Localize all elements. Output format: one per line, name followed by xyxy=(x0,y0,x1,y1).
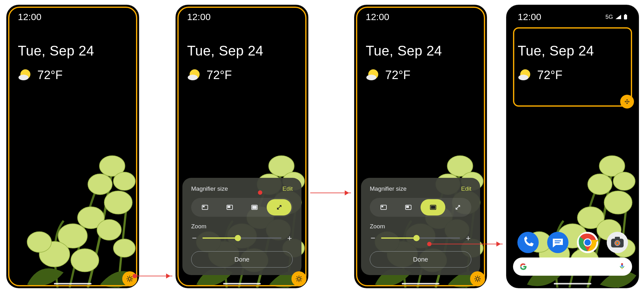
zoom-in-button[interactable]: + xyxy=(465,233,471,243)
zoom-in-button[interactable]: + xyxy=(286,233,293,243)
phone-screen-2: 12:00 Tue, Sep 24 72°F Magnifier size Ed… xyxy=(175,5,308,288)
magnifier-size-segmented xyxy=(370,198,471,217)
weather-widget[interactable]: 72°F xyxy=(187,68,264,82)
pip-large-icon xyxy=(429,204,437,211)
weather-widget[interactable]: 72°F xyxy=(518,68,594,82)
annotation-dot xyxy=(133,274,137,278)
magnifier-size-segmented xyxy=(191,198,293,217)
zoom-out-button[interactable]: − xyxy=(191,233,197,243)
size-option-fullscreen[interactable] xyxy=(267,199,291,215)
edit-button[interactable]: Edit xyxy=(461,185,471,192)
zoom-slider[interactable] xyxy=(381,232,460,244)
size-option-large[interactable] xyxy=(242,199,267,215)
google-logo-icon xyxy=(519,262,527,271)
weather-icon xyxy=(187,68,201,82)
weather-widget[interactable]: 72°F xyxy=(366,68,442,82)
status-bar: 12:00 xyxy=(18,12,128,22)
phone-app[interactable] xyxy=(517,232,539,253)
date-text: Tue, Sep 24 xyxy=(518,43,594,59)
pip-small-icon xyxy=(201,204,209,211)
size-option-medium[interactable] xyxy=(396,199,421,215)
messages-app[interactable] xyxy=(547,232,568,253)
size-option-medium[interactable] xyxy=(217,199,242,215)
flow-arrow xyxy=(310,193,351,193)
annotation-dot xyxy=(258,190,262,195)
zoom-label: Zoom xyxy=(370,223,471,230)
status-bar: 12:00 5G xyxy=(518,12,627,22)
zoom-out-button[interactable]: − xyxy=(370,233,376,243)
pip-medium-icon xyxy=(226,204,233,211)
date-text: Tue, Sep 24 xyxy=(18,43,94,59)
clock: 12:00 xyxy=(366,12,389,22)
panel-title: Magnifier size xyxy=(370,185,406,192)
weather-icon xyxy=(518,68,531,82)
done-button[interactable]: Done xyxy=(191,251,293,268)
pip-small-icon xyxy=(380,204,387,211)
temperature: 72°F xyxy=(537,68,563,82)
temperature: 72°F xyxy=(207,68,232,82)
gesture-nav-handle[interactable] xyxy=(223,283,261,284)
edit-button[interactable]: Edit xyxy=(282,185,293,192)
annotation-dot xyxy=(427,242,432,246)
weather-icon xyxy=(18,68,32,82)
weather-widget[interactable]: 72°F xyxy=(18,68,94,82)
zoom-slider[interactable] xyxy=(202,232,281,244)
svg-rect-51 xyxy=(625,14,626,15)
size-option-large[interactable] xyxy=(421,199,445,215)
google-search-bar[interactable] xyxy=(513,257,632,276)
network-label: 5G xyxy=(605,14,613,20)
signal-icon xyxy=(615,15,621,19)
flow-arrow xyxy=(431,244,503,244)
panel-title: Magnifier size xyxy=(191,185,228,192)
fullscreen-icon xyxy=(454,204,462,211)
flow-arrow xyxy=(137,276,172,276)
status-bar: 12:00 xyxy=(366,12,475,22)
phone-screen-4: 12:00 5G Tue, Sep 24 72°F xyxy=(506,5,639,288)
gesture-nav-handle[interactable] xyxy=(402,283,439,284)
app-dock xyxy=(513,232,632,253)
chrome-app[interactable] xyxy=(577,232,598,253)
temperature: 72°F xyxy=(37,68,63,82)
clock: 12:00 xyxy=(187,12,211,22)
fullscreen-icon xyxy=(275,204,283,211)
svg-rect-50 xyxy=(624,15,627,19)
weather-icon xyxy=(366,68,380,82)
size-option-small[interactable] xyxy=(192,199,217,215)
camera-app[interactable] xyxy=(607,232,628,253)
date-text: Tue, Sep 24 xyxy=(366,43,442,59)
date-text: Tue, Sep 24 xyxy=(187,43,264,59)
clock: 12:00 xyxy=(18,12,41,22)
size-option-small[interactable] xyxy=(371,199,396,215)
pip-large-icon xyxy=(251,204,258,211)
gesture-nav-handle[interactable] xyxy=(554,283,591,284)
magnifier-settings-panel: Magnifier size Edit Zoom − + Done xyxy=(361,178,480,275)
gesture-nav-handle[interactable] xyxy=(54,283,92,284)
battery-icon xyxy=(624,14,627,20)
phone-screen-3: 12:00 Tue, Sep 24 72°F Magnifier size Ed… xyxy=(354,5,487,288)
temperature: 72°F xyxy=(385,68,411,82)
zoom-label: Zoom xyxy=(191,223,293,230)
mic-icon[interactable] xyxy=(618,262,626,271)
done-button[interactable]: Done xyxy=(370,251,471,268)
clock: 12:00 xyxy=(518,12,541,22)
status-bar: 12:00 xyxy=(187,12,297,22)
phone-screen-1: 12:00 Tue, Sep 24 72°F xyxy=(6,5,139,288)
size-option-fullscreen[interactable] xyxy=(445,199,470,215)
pip-medium-icon xyxy=(405,204,412,211)
magnifier-settings-panel: Magnifier size Edit Zoom − + Done xyxy=(182,178,301,275)
